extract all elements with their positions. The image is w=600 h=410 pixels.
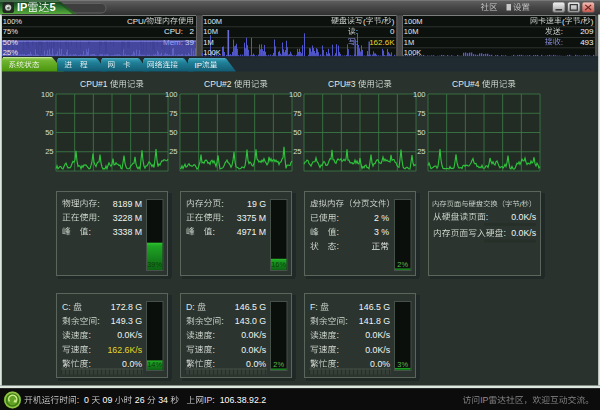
- svg-text::: :: [345, 316, 347, 326]
- svg-text:100: 100: [41, 90, 54, 99]
- svg-text:3 %: 3 %: [374, 227, 389, 237]
- svg-text:0.0K/s: 0.0K/s: [511, 228, 537, 238]
- svg-text:0.0K/s: 0.0K/s: [365, 345, 391, 355]
- svg-text:0.0K/s: 0.0K/s: [511, 212, 537, 222]
- svg-text:149.3 G: 149.3 G: [111, 316, 142, 326]
- svg-text:50%: 50%: [3, 38, 18, 47]
- svg-text:CPU#2: CPU#2: [204, 79, 234, 89]
- svg-text:100M: 100M: [404, 17, 423, 26]
- svg-text:CPU#4: CPU#4: [452, 79, 482, 89]
- svg-text:CPU:: CPU:: [164, 27, 183, 36]
- svg-text::: :: [336, 241, 338, 251]
- svg-text:162.6K: 162.6K: [369, 38, 395, 47]
- svg-text:(: (: [363, 17, 366, 26]
- svg-text:Mem:: Mem:: [163, 38, 183, 47]
- svg-text:0: 0: [79, 395, 91, 405]
- svg-text:D:: D:: [186, 302, 197, 312]
- svg-text:50: 50: [45, 128, 53, 137]
- svg-text::: :: [97, 316, 99, 326]
- svg-text:3%: 3%: [397, 360, 408, 369]
- svg-text:25: 25: [417, 147, 425, 156]
- svg-text:IP: IP: [195, 61, 202, 70]
- svg-text::: :: [561, 38, 563, 47]
- svg-text:50: 50: [169, 128, 177, 137]
- svg-text:100K: 100K: [203, 48, 221, 57]
- svg-text:3375 M: 3375 M: [237, 213, 266, 223]
- svg-text:146.5 G: 146.5 G: [235, 302, 266, 312]
- svg-text:39: 39: [185, 38, 194, 47]
- svg-text::: :: [503, 228, 505, 238]
- svg-text:0.0K/s: 0.0K/s: [365, 330, 391, 340]
- svg-text::: :: [97, 199, 99, 209]
- svg-text:25: 25: [169, 147, 177, 156]
- svg-text:2 %: 2 %: [374, 213, 389, 223]
- svg-text:0.0%: 0.0%: [122, 359, 142, 369]
- svg-text:(: (: [562, 17, 565, 26]
- svg-text:0.0K/s: 0.0K/s: [241, 330, 267, 340]
- svg-text::: :: [221, 316, 223, 326]
- svg-text:0: 0: [390, 27, 395, 36]
- svg-text:3228 M: 3228 M: [113, 213, 142, 223]
- svg-text:141.8 G: 141.8 G: [359, 316, 390, 326]
- svg-text::: :: [212, 227, 214, 237]
- svg-text:100M: 100M: [203, 17, 222, 26]
- svg-text::: :: [356, 38, 358, 47]
- svg-text::: :: [221, 199, 223, 209]
- svg-text:172.8 G: 172.8 G: [111, 302, 142, 312]
- svg-text:34: 34: [156, 395, 171, 405]
- svg-text::: :: [212, 359, 214, 369]
- svg-text:100: 100: [165, 90, 178, 99]
- svg-text:5: 5: [49, 1, 55, 13]
- svg-text:19 G: 19 G: [247, 199, 266, 209]
- svg-text:CPU#1: CPU#1: [80, 79, 110, 89]
- svg-text:100: 100: [289, 90, 302, 99]
- svg-text::: :: [97, 213, 99, 223]
- svg-text:50: 50: [293, 128, 301, 137]
- svg-text:146.5 G: 146.5 G: [359, 302, 390, 312]
- svg-text::: :: [221, 213, 223, 223]
- svg-text:10M: 10M: [203, 27, 218, 36]
- svg-text:2: 2: [190, 27, 195, 36]
- svg-text:100: 100: [413, 90, 426, 99]
- svg-text:143.0 G: 143.0 G: [235, 316, 266, 326]
- svg-text::: :: [486, 212, 488, 222]
- svg-text::: :: [356, 27, 358, 36]
- svg-text::: :: [212, 345, 214, 355]
- svg-text:4971 M: 4971 M: [237, 227, 266, 237]
- svg-text:106.38.92.2: 106.38.92.2: [215, 395, 266, 405]
- svg-text:75: 75: [169, 109, 177, 118]
- svg-text::: :: [336, 345, 338, 355]
- svg-text:CPU#3: CPU#3: [328, 79, 358, 89]
- svg-text:0.0%: 0.0%: [370, 359, 390, 369]
- svg-text:75%: 75%: [3, 27, 18, 36]
- svg-text:25%: 25%: [3, 48, 18, 57]
- svg-text:IP:: IP:: [204, 395, 215, 405]
- svg-text:75: 75: [293, 109, 301, 118]
- svg-text:): ): [392, 17, 395, 26]
- svg-text:162.6K/s: 162.6K/s: [107, 345, 142, 355]
- svg-text:8189 M: 8189 M: [113, 199, 142, 209]
- svg-text:C:: C:: [62, 302, 73, 312]
- svg-text:100%: 100%: [3, 17, 23, 26]
- svg-text:0.0%: 0.0%: [246, 359, 266, 369]
- svg-text:1M: 1M: [404, 38, 414, 47]
- svg-text::: :: [88, 345, 90, 355]
- svg-text::: :: [336, 227, 338, 237]
- svg-text:2%: 2%: [273, 360, 284, 369]
- svg-text::: :: [88, 227, 90, 237]
- svg-text:100K: 100K: [404, 48, 422, 57]
- svg-text:50: 50: [417, 128, 425, 137]
- svg-text:CPU/: CPU/: [127, 17, 147, 26]
- svg-text:75: 75: [417, 109, 425, 118]
- svg-text:10M: 10M: [404, 27, 419, 36]
- svg-text:IP: IP: [17, 1, 27, 13]
- svg-text:25: 25: [293, 147, 301, 156]
- svg-text:1M: 1M: [203, 38, 213, 47]
- svg-text:209: 209: [580, 27, 594, 36]
- svg-text:IP: IP: [480, 395, 488, 405]
- svg-text:0.0K/s: 0.0K/s: [117, 330, 143, 340]
- svg-text::: :: [212, 330, 214, 340]
- svg-text::: :: [336, 213, 338, 223]
- svg-text:25: 25: [45, 147, 53, 156]
- svg-text:14%: 14%: [147, 360, 162, 369]
